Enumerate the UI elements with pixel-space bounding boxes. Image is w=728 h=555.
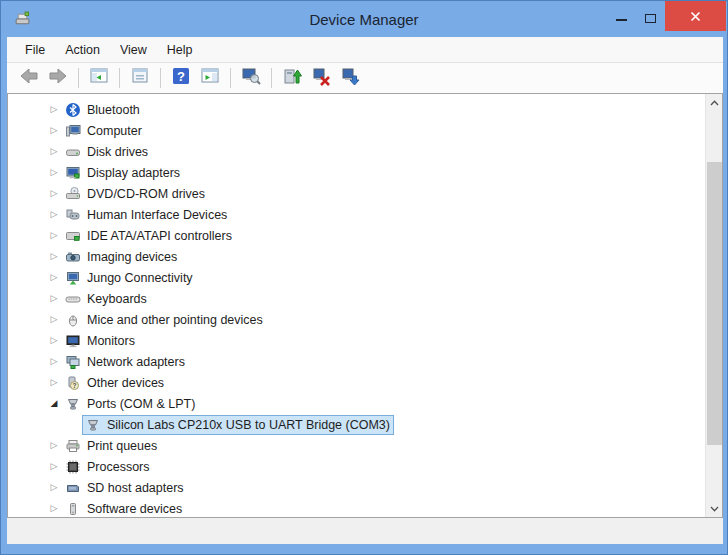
expand-toggle-icon[interactable]: ▷	[46, 351, 62, 372]
sd-host-icon	[65, 480, 81, 496]
svg-text:?: ?	[177, 69, 185, 84]
tree-item[interactable]: Silicon Labs CP210x USB to UART Bridge (…	[82, 415, 394, 435]
forward-button[interactable]	[46, 66, 70, 90]
tree-row[interactable]: ▷Jungo Connectivity	[8, 267, 705, 288]
expand-toggle-icon[interactable]: ▷	[46, 330, 62, 351]
tree-item[interactable]: IDE ATA/ATAPI controllers	[62, 226, 236, 246]
expand-toggle-icon[interactable]: ▷	[46, 246, 62, 267]
tree-row[interactable]: ▷?Other devices	[8, 372, 705, 393]
expand-toggle-icon[interactable]: ▷	[46, 477, 62, 498]
expand-toggle-icon[interactable]: ▷	[46, 141, 62, 162]
tree-row[interactable]: ▷Network adapters	[8, 351, 705, 372]
tree-item-label: Keyboards	[87, 292, 147, 306]
expand-toggle-icon[interactable]: ▷	[46, 372, 62, 393]
back-button[interactable]	[17, 66, 41, 90]
menu-item-action[interactable]: Action	[55, 39, 110, 61]
dvd-drive-icon	[65, 186, 81, 202]
arrow-left-icon	[19, 66, 39, 90]
titlebar[interactable]: Device Manager	[1, 1, 727, 37]
minimize-button[interactable]	[607, 1, 636, 31]
expand-toggle-icon[interactable]: ▷	[46, 267, 62, 288]
tree-row[interactable]: ▷Monitors	[8, 330, 705, 351]
tree-row[interactable]: ▷Imaging devices	[8, 246, 705, 267]
tree-item[interactable]: ?Other devices	[62, 373, 168, 393]
tree-row[interactable]: ▷Display adapters	[8, 162, 705, 183]
tree-row[interactable]: ▷Keyboards	[8, 288, 705, 309]
tree-row[interactable]: ▷Software devices	[8, 498, 705, 517]
menu-item-help[interactable]: Help	[157, 39, 203, 61]
expand-toggle-icon[interactable]: ▷	[46, 225, 62, 246]
tree-item-label: Bluetooth	[87, 103, 140, 117]
tree-item[interactable]: Disk drives	[62, 142, 152, 162]
tree-item[interactable]: Print queues	[62, 436, 161, 456]
tree-row[interactable]: ▷SD host adapters	[8, 477, 705, 498]
tree-item[interactable]: Computer	[62, 121, 146, 141]
expand-toggle-icon[interactable]: ▷	[46, 99, 62, 120]
other-device-icon: ?	[65, 375, 81, 391]
tree-item[interactable]: SD host adapters	[62, 478, 188, 498]
disk-drive-icon	[65, 144, 81, 160]
tree-row[interactable]: ▷Processors	[8, 456, 705, 477]
ide-controller-icon	[65, 228, 81, 244]
toolbar-separator	[78, 68, 79, 88]
tree-row[interactable]: ▷Human Interface Devices	[8, 204, 705, 225]
scrollbar-thumb[interactable]	[707, 162, 722, 445]
expand-toggle-icon[interactable]: ▷	[46, 183, 62, 204]
properties-button[interactable]	[128, 66, 152, 90]
show-hide-action-pane-button[interactable]	[198, 66, 222, 90]
tree-row[interactable]: ▷DVD/CD-ROM drives	[8, 183, 705, 204]
menu-item-view[interactable]: View	[110, 39, 157, 61]
update-driver-button[interactable]	[280, 66, 304, 90]
mouse-icon	[65, 312, 81, 328]
tree-item[interactable]: Monitors	[62, 331, 139, 351]
close-button[interactable]	[665, 1, 726, 31]
maximize-button[interactable]	[636, 1, 665, 31]
tree-item[interactable]: Bluetooth	[62, 100, 144, 120]
tree-item[interactable]: Imaging devices	[62, 247, 181, 267]
tree-item[interactable]: Keyboards	[62, 289, 151, 309]
scroll-down-button[interactable]	[706, 500, 723, 517]
expand-toggle-icon[interactable]: ▷	[46, 456, 62, 477]
show-hide-console-tree-button[interactable]	[87, 66, 111, 90]
vertical-scrollbar[interactable]	[705, 94, 722, 517]
tree-item-label: Display adapters	[87, 166, 180, 180]
expand-toggle-icon[interactable]: ▷	[46, 162, 62, 183]
tree-item[interactable]: Display adapters	[62, 163, 184, 183]
device-manager-app-icon	[14, 10, 31, 27]
scroll-up-button[interactable]	[706, 94, 723, 111]
tree-item[interactable]: Mice and other pointing devices	[62, 310, 267, 330]
expand-toggle-icon[interactable]: ▷	[46, 498, 62, 517]
tree-item[interactable]: Processors	[62, 457, 154, 477]
menu-item-file[interactable]: File	[15, 39, 55, 61]
tree-item-label: DVD/CD-ROM drives	[87, 187, 205, 201]
tree-row[interactable]: ◢Ports (COM & LPT)	[8, 393, 705, 414]
expand-toggle-icon[interactable]: ▷	[46, 435, 62, 456]
help-button[interactable]: ?	[169, 66, 193, 90]
tree-item[interactable]: Network adapters	[62, 352, 189, 372]
collapse-toggle-icon[interactable]: ◢	[46, 393, 62, 414]
tree-item[interactable]: Ports (COM & LPT)	[62, 394, 199, 414]
tree-row[interactable]: ▷Bluetooth	[8, 99, 705, 120]
tree-item[interactable]: Human Interface Devices	[62, 205, 231, 225]
jungo-icon	[65, 270, 81, 286]
device-tree-panel: ▷Bluetooth▷Computer▷Disk drives▷Display …	[7, 93, 723, 518]
tree-row[interactable]: Silicon Labs CP210x USB to UART Bridge (…	[8, 414, 705, 435]
tree-item[interactable]: DVD/CD-ROM drives	[62, 184, 209, 204]
expand-toggle-icon[interactable]: ▷	[46, 204, 62, 225]
disable-device-button[interactable]	[338, 66, 362, 90]
tree-item[interactable]: Jungo Connectivity	[62, 268, 197, 288]
computer-icon	[65, 123, 81, 139]
maximize-icon	[645, 14, 656, 23]
tree-row[interactable]: ▷Mice and other pointing devices	[8, 309, 705, 330]
tree-row[interactable]: ▷Disk drives	[8, 141, 705, 162]
uninstall-device-button[interactable]	[309, 66, 333, 90]
expand-toggle-icon[interactable]: ▷	[46, 120, 62, 141]
expand-toggle-icon[interactable]: ▷	[46, 309, 62, 330]
tree-row[interactable]: ▷IDE ATA/ATAPI controllers	[8, 225, 705, 246]
scan-hardware-changes-button[interactable]	[239, 66, 263, 90]
expand-toggle-icon[interactable]: ▷	[46, 288, 62, 309]
tree-item[interactable]: Software devices	[62, 499, 186, 518]
tree-row[interactable]: ▷Print queues	[8, 435, 705, 456]
printer-icon	[65, 438, 81, 454]
tree-row[interactable]: ▷Computer	[8, 120, 705, 141]
